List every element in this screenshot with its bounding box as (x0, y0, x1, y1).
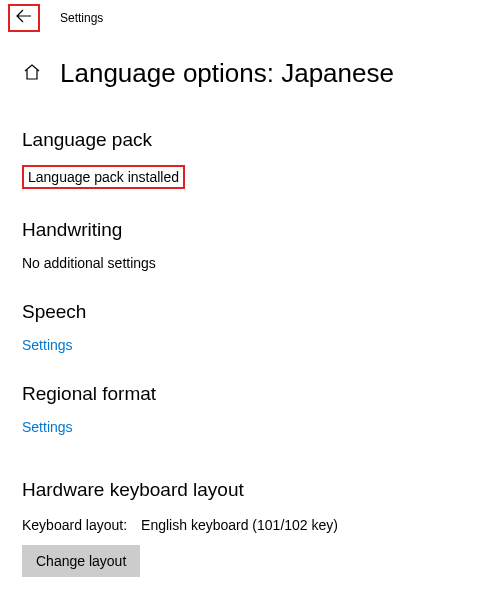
home-button[interactable] (22, 64, 42, 84)
home-icon (23, 63, 41, 85)
language-pack-status: Language pack installed (22, 165, 185, 189)
regional-format-heading: Regional format (22, 383, 478, 405)
back-button[interactable] (8, 4, 40, 32)
page-title: Language options: Japanese (60, 58, 394, 89)
handwriting-status: No additional settings (22, 255, 478, 271)
page-header: Language options: Japanese (0, 36, 500, 95)
speech-heading: Speech (22, 301, 478, 323)
keyboard-layout-row: Keyboard layout: English keyboard (101/1… (22, 517, 478, 533)
hardware-keyboard-heading: Hardware keyboard layout (22, 479, 478, 501)
speech-settings-link[interactable]: Settings (22, 337, 478, 353)
regional-settings-link[interactable]: Settings (22, 419, 478, 435)
content: Language pack Language pack installed Ha… (0, 129, 500, 577)
language-pack-heading: Language pack (22, 129, 478, 151)
keyboard-layout-value: English keyboard (101/102 key) (141, 517, 338, 533)
topbar: Settings (0, 0, 500, 36)
change-layout-button[interactable]: Change layout (22, 545, 140, 577)
handwriting-heading: Handwriting (22, 219, 478, 241)
app-title: Settings (60, 11, 103, 25)
arrow-left-icon (16, 8, 32, 28)
keyboard-layout-label: Keyboard layout: (22, 517, 127, 533)
